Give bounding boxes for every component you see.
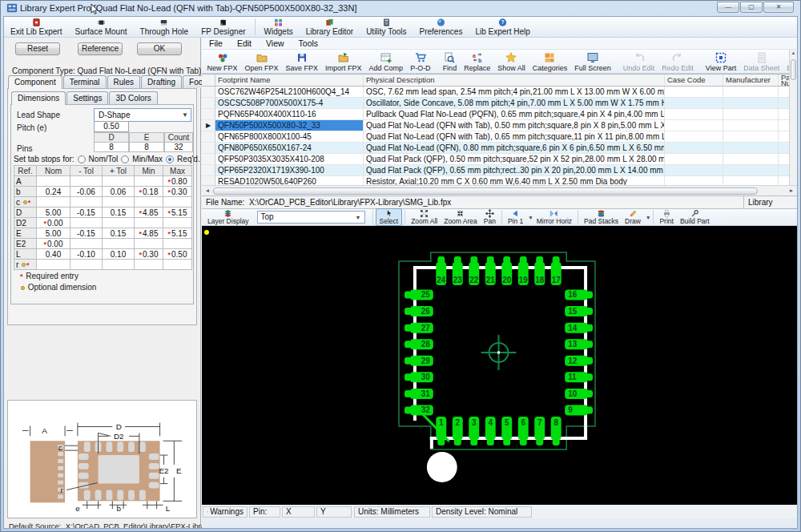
- grid-header-1[interactable]: Physical Description: [364, 75, 665, 86]
- warnings-status[interactable]: Warnings: [203, 506, 248, 518]
- footprint-canvas[interactable]: 2423222120191817123456782526272829303132…: [202, 226, 797, 505]
- cell-footprint-name[interactable]: QFN50P500X500X80-32_33: [215, 120, 364, 131]
- table-row[interactable]: QFN80P650X650X167-24Quad Flat No-Lead (Q…: [202, 143, 797, 154]
- dim-cell-L-1[interactable]: -0.10: [70, 249, 103, 260]
- radio-reqd[interactable]: [166, 155, 174, 163]
- toolbar-zoom-area[interactable]: Zoom Area: [441, 209, 481, 225]
- dim-cell-D-0[interactable]: 5.00: [37, 208, 70, 218]
- pins-value-0[interactable]: 8: [94, 142, 129, 152]
- dim-cell-D-4[interactable]: *5.15: [163, 208, 192, 218]
- row-selector[interactable]: [202, 87, 215, 97]
- dim-cell-E2-2[interactable]: [103, 239, 135, 249]
- subtab-3d-colors[interactable]: 3D Colors: [109, 91, 157, 104]
- dim-cell-E-4[interactable]: *5.15: [163, 228, 192, 239]
- table-row[interactable]: QFP65P2320X1719X390-100Quad Flat Pack (Q…: [202, 165, 797, 176]
- table-row[interactable]: RESAD1020W50L640P260Resistor, Axial;10.2…: [202, 176, 797, 185]
- toolbar-help[interactable]: ?Lib Expert Help: [469, 17, 536, 37]
- toolbar-pan[interactable]: Pan: [481, 209, 499, 225]
- cell-manufacturer[interactable]: [723, 176, 779, 185]
- dim-cell-E2-0[interactable]: *0.00: [37, 239, 70, 249]
- toolbar-zoom-all[interactable]: Zoom All: [408, 209, 441, 225]
- row-selector[interactable]: [202, 109, 215, 119]
- cell-physical-description[interactable]: Pullback Quad Flat No-Lead (PQFN), 0.65 …: [364, 109, 665, 119]
- toolbar-import-fpx[interactable]: Import FPX: [322, 51, 366, 72]
- cell-physical-description[interactable]: Resistor, Axial;10.20 mm C X 0.60 mm W,6…: [364, 176, 665, 185]
- toolbar-utility-tools[interactable]: Utility Tools: [360, 17, 413, 37]
- menu-file[interactable]: File: [202, 38, 230, 49]
- row-selector[interactable]: [202, 98, 215, 108]
- cell-footprint-name[interactable]: QFP65P2320X1719X390-100: [215, 165, 364, 175]
- toolbar-fp-designer[interactable]: FP Designer: [195, 17, 252, 37]
- dim-cell-E-1[interactable]: -0.15: [70, 228, 103, 239]
- row-selector[interactable]: [202, 176, 215, 185]
- toolbar-print[interactable]: Print: [656, 209, 676, 225]
- toolbar-add-comp[interactable]: Add Comp: [365, 51, 407, 72]
- toolbar-build-part[interactable]: Build Part: [677, 209, 713, 225]
- cell-footprint-name[interactable]: PQFN65P400X400X110-16: [215, 109, 364, 119]
- dim-cell-b-3[interactable]: *0.18: [135, 187, 163, 197]
- toolbar-exit[interactable]: Exit Lib Expert: [4, 17, 68, 37]
- row-selector[interactable]: [202, 154, 215, 164]
- dim-cell-r-1[interactable]: [70, 260, 103, 270]
- radio-nomtol[interactable]: [78, 155, 86, 163]
- cell-manufacturer[interactable]: [723, 109, 779, 119]
- row-selector[interactable]: [202, 165, 215, 175]
- toolbar-pin1[interactable]: Pin 1: [505, 209, 526, 225]
- toolbar-open-fpx[interactable]: Open FPX: [241, 51, 282, 72]
- tab-terminal[interactable]: Terminal: [63, 75, 107, 88]
- dim-cell-E2-1[interactable]: [70, 239, 103, 249]
- dim-cell-L-3[interactable]: *0.30: [135, 249, 163, 260]
- cell-footprint-name[interactable]: QFN80P650X650X167-24: [215, 143, 364, 153]
- dim-cell-E-0[interactable]: 5.00: [37, 228, 70, 239]
- cell-physical-description[interactable]: Quad Flat No-Lead (QFN), 0.80 mm pitch;s…: [364, 143, 665, 153]
- cell-case-code[interactable]: [665, 165, 723, 175]
- cell-manufacturer[interactable]: [723, 120, 779, 131]
- toolbar-show-all[interactable]: Show All: [494, 51, 529, 72]
- grid-header-0[interactable]: Footprint Name: [215, 75, 364, 86]
- grid-header-2[interactable]: Case Code: [665, 75, 723, 86]
- cell-physical-description[interactable]: Quad Flat Pack (QFP), 0.65 mm pitch;rect…: [364, 165, 665, 175]
- toolbar-preferences[interactable]: Preferences: [413, 17, 469, 37]
- pins-value-1[interactable]: 8: [129, 142, 164, 152]
- dim-cell-D2-4[interactable]: [163, 218, 192, 228]
- pins-value-2[interactable]: 32: [164, 142, 193, 152]
- subtab-settings[interactable]: Settings: [66, 91, 108, 104]
- cell-case-code[interactable]: [665, 109, 723, 119]
- menu-edit[interactable]: Edit: [230, 38, 259, 49]
- dim-cell-A-0[interactable]: [37, 176, 70, 187]
- dim-cell-c-2[interactable]: [103, 197, 135, 208]
- grid-header-3[interactable]: Manufacturer: [723, 75, 779, 86]
- cell-case-code[interactable]: [665, 143, 723, 153]
- cell-case-code[interactable]: [665, 131, 723, 142]
- pitch-input[interactable]: 0.50: [94, 121, 129, 132]
- scrollbar-thumb[interactable]: [213, 187, 758, 195]
- cell-manufacturer[interactable]: [723, 87, 779, 97]
- cell-footprint-name[interactable]: QFP50P3035X3035X410-208: [215, 154, 364, 164]
- dim-cell-D-3[interactable]: *4.85: [135, 208, 163, 218]
- cell-physical-description[interactable]: Quad Flat No-Lead (QFN with Tab), 0.65 m…: [364, 131, 665, 142]
- cell-manufacturer[interactable]: [723, 165, 779, 175]
- toolbar-view-part[interactable]: View Part: [702, 51, 739, 72]
- dim-cell-E2-4[interactable]: [163, 239, 192, 249]
- dim-cell-c-3[interactable]: [135, 197, 163, 208]
- toolbar-mirror-horiz[interactable]: Mirror Horiz: [533, 209, 575, 225]
- dim-cell-D-1[interactable]: -0.15: [70, 208, 103, 218]
- cell-manufacturer[interactable]: [723, 143, 779, 153]
- cell-case-code[interactable]: [665, 154, 723, 164]
- cell-case-code[interactable]: [665, 120, 723, 131]
- lead-shape-select[interactable]: D-Shape▼: [94, 108, 191, 122]
- dim-cell-b-2[interactable]: 0.06: [103, 187, 135, 197]
- toolbar-pod[interactable]: P-O-D: [407, 51, 435, 72]
- toolbar-replace[interactable]: abReplace: [461, 51, 494, 72]
- cell-physical-description[interactable]: Quad Flat No-Lead (QFN with Tab), 0.50 m…: [364, 120, 665, 131]
- toolbar-pad-stacks[interactable]: Pad Stacks: [581, 209, 622, 225]
- reset-button[interactable]: Reset: [15, 42, 60, 55]
- toolbar-widgets[interactable]: Widgets: [258, 17, 300, 37]
- dim-cell-D2-0[interactable]: *0.00: [37, 218, 70, 228]
- cell-manufacturer[interactable]: [723, 98, 779, 108]
- toolbar-save-fpx[interactable]: Save FPX: [282, 51, 322, 72]
- cell-footprint-name[interactable]: OSCSC508P700X500X175-4: [215, 98, 364, 108]
- menu-view[interactable]: View: [259, 38, 292, 49]
- dim-cell-r-4[interactable]: [163, 260, 192, 270]
- dim-cell-L-4[interactable]: *0.50: [163, 249, 192, 260]
